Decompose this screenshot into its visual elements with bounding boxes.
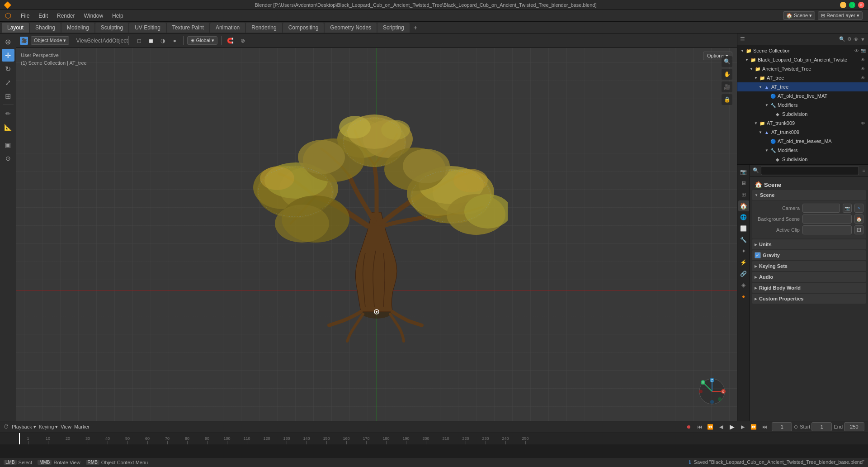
menu-help[interactable]: Help	[108, 10, 128, 21]
outliner-item[interactable]: ◆ Subdivision	[737, 155, 868, 164]
camera-value[interactable]	[802, 204, 840, 213]
outliner-item[interactable]: ▼ 📁 Black_Leopard_Cub_on_Ancient_Twiste …	[737, 55, 868, 64]
close-button[interactable]: ✕	[858, 2, 864, 8]
outliner-item[interactable]: ▼ ▲ AT_trunk009	[737, 128, 868, 137]
outliner-eye-icon[interactable]: 👁	[854, 37, 859, 42]
outliner-item[interactable]: ▼ 📁 Ancient_Twisted_Tree 👁	[737, 64, 868, 73]
outliner-item[interactable]: ▼ 📁 AT_trunk009 👁	[737, 119, 868, 128]
expand-icon[interactable]: ▼	[739, 48, 745, 54]
data-properties-icon[interactable]: ◈	[738, 280, 749, 291]
pan-viewport-btn[interactable]: ✋	[722, 69, 732, 80]
active-clip-value[interactable]	[802, 225, 852, 234]
viewport[interactable]: 🎥 Object Mode ▾ View Select Add Object ◻…	[16, 33, 737, 421]
viewport-shading-render[interactable]: ●	[170, 36, 179, 46]
properties-search[interactable]	[761, 166, 859, 175]
outliner-item[interactable]: ▼ 📁 AT_trunk010 👁	[737, 164, 868, 164]
scene-selector[interactable]: 🏠 Scene ▾	[783, 11, 815, 20]
tab-texture-paint[interactable]: Texture Paint	[167, 23, 209, 33]
rigid-body-world-header[interactable]: ▶ Rigid Body World	[752, 283, 866, 293]
outliner-item[interactable]: ▼ 📁 AT_tree 👁	[737, 73, 868, 82]
camera-picker-btn[interactable]: 📷	[843, 204, 852, 213]
jump-end-btn[interactable]: ⏭	[760, 422, 769, 431]
expand-icon[interactable]: ▼	[764, 147, 770, 153]
play-btn[interactable]: ▶	[727, 422, 736, 431]
expand-icon[interactable]: ▼	[753, 75, 759, 81]
properties-panel-options[interactable]: ≡	[863, 168, 865, 173]
eye-icon[interactable]: 👁	[860, 75, 866, 81]
eye-icon[interactable]: 👁	[860, 57, 866, 63]
modifier-properties-icon[interactable]: 🔧	[738, 234, 749, 245]
rotate-tool-btn[interactable]: ↻	[2, 62, 14, 75]
material-properties-icon[interactable]: ●	[738, 291, 749, 302]
camera-icon[interactable]: 📷	[860, 48, 866, 54]
camera-viewport-btn[interactable]: 🎥	[722, 81, 732, 92]
viewport-shading-wire[interactable]: ◻	[134, 36, 144, 46]
tab-geometry-nodes[interactable]: Geometry Nodes	[325, 23, 377, 33]
add-workspace-button[interactable]: +	[410, 23, 420, 33]
menu-edit[interactable]: Edit	[34, 10, 52, 21]
object-menu-btn[interactable]: Object	[115, 36, 125, 46]
cursor-tool-btn[interactable]: ⊕	[2, 35, 14, 48]
active-clip-picker-btn[interactable]: 🎞	[854, 225, 863, 234]
timeline-keying-dropdown[interactable]: Keying ▾	[39, 424, 58, 430]
camera-view-btn[interactable]: ⊙	[2, 152, 14, 165]
outliner-item[interactable]: ▼ 🔧 Modifiers	[737, 100, 868, 110]
menu-window[interactable]: Window	[79, 10, 108, 21]
expand-icon[interactable]: ▼	[748, 66, 755, 72]
timeline-view-dropdown[interactable]: View	[61, 424, 71, 429]
end-frame-input[interactable]: 250	[844, 422, 864, 431]
transform-tool-btn[interactable]: ⊞	[2, 90, 14, 102]
scene-properties-icon[interactable]: 🏠	[738, 200, 749, 211]
tab-rendering[interactable]: Rendering	[246, 23, 282, 33]
eye-icon[interactable]: 👁	[854, 48, 860, 54]
constraints-properties-icon[interactable]: 🔗	[738, 268, 749, 279]
outliner-item[interactable]: 🔵 AT_old_tree_leaves_MA	[737, 137, 868, 146]
lock-viewport-btn[interactable]: 🔒	[722, 94, 732, 105]
tab-animation[interactable]: Animation	[210, 23, 245, 33]
menu-file[interactable]: File	[16, 10, 34, 21]
timeline-record-btn[interactable]: ⏺	[684, 422, 693, 431]
start-frame-input[interactable]: 1	[811, 422, 832, 431]
maximize-button[interactable]: □	[849, 2, 855, 8]
render-properties-icon[interactable]: 📷	[738, 167, 749, 177]
view-layer-properties-icon[interactable]: ⊞	[738, 189, 749, 200]
custom-properties-header[interactable]: ▶ Custom Properties	[752, 294, 866, 304]
tab-shading[interactable]: Shading	[30, 23, 61, 33]
eye-icon[interactable]: 👁	[860, 120, 866, 126]
select-menu-btn[interactable]: Select	[90, 36, 99, 46]
camera-edit-btn[interactable]: ✎	[854, 204, 863, 213]
navigation-gizmo[interactable]: X Y Z	[696, 376, 728, 407]
tab-uv-editing[interactable]: UV Editing	[129, 23, 166, 33]
object-properties-icon[interactable]: ⬜	[738, 223, 749, 234]
viewport-shading-material[interactable]: ◑	[158, 36, 168, 46]
annotate-tool-btn[interactable]: ✏	[2, 107, 14, 120]
outliner-item[interactable]: ▼ 📁 Scene Collection 👁 📷	[737, 46, 868, 55]
output-properties-icon[interactable]: 🖥	[738, 178, 749, 189]
outliner-filter-icon[interactable]: 🔍	[839, 36, 845, 42]
snap-btn[interactable]: 🧲	[225, 36, 235, 46]
outliner-item[interactable]: ◆ Subdivision	[737, 110, 868, 119]
next-frame-btn[interactable]: ▶	[738, 422, 747, 431]
timeline-marker-dropdown[interactable]: Marker	[74, 424, 90, 429]
physics-properties-icon[interactable]: ⚡	[738, 257, 749, 268]
background-scene-value[interactable]	[802, 214, 852, 224]
timeline-keyframe-area[interactable]	[0, 444, 868, 457]
timeline-ruler[interactable]: 1 10 20 30 40 50 60 70 80 90 100 110 120…	[0, 433, 868, 445]
viewport-shading-solid[interactable]: ◼	[146, 36, 156, 46]
transform-space-dropdown[interactable]: ⊞ Global ▾	[187, 36, 217, 45]
gravity-checkbox[interactable]: ✓	[755, 252, 761, 258]
measure-tool-btn[interactable]: 📐	[2, 121, 14, 133]
keying-sets-section-header[interactable]: ▶ Keying Sets	[752, 261, 866, 271]
add-obj-tool-btn[interactable]: ▣	[2, 138, 14, 151]
render-layer-selector[interactable]: ⊞ RenderLayer ▾	[818, 11, 863, 20]
prev-keyframe-btn[interactable]: ⏪	[706, 422, 715, 431]
tab-sculpting[interactable]: Sculpting	[95, 23, 128, 33]
world-properties-icon[interactable]: 🌐	[738, 212, 749, 223]
scale-tool-btn[interactable]: ⤢	[2, 76, 14, 89]
tab-compositing[interactable]: Compositing	[283, 23, 324, 33]
proportional-edit-btn[interactable]: ⊚	[238, 36, 248, 46]
outliner-item[interactable]: ▼ 🔧 Modifiers	[737, 146, 868, 155]
timeline-playback-dropdown[interactable]: Playback ▾	[12, 424, 36, 430]
background-scene-picker-btn[interactable]: 🏠	[854, 214, 863, 224]
expand-icon[interactable]: ▼	[764, 102, 770, 108]
